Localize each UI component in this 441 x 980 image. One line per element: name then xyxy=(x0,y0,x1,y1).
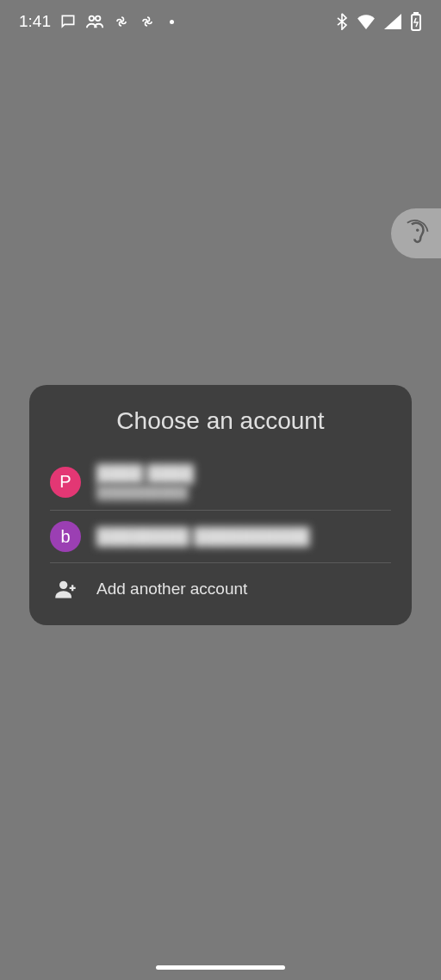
add-account-label: Add another account xyxy=(96,580,247,599)
dot-icon xyxy=(170,20,174,24)
home-indicator[interactable] xyxy=(156,965,285,970)
account-email: ██████████ xyxy=(96,485,194,499)
account-row[interactable]: b ████████ ██████████ xyxy=(29,511,412,562)
svg-point-5 xyxy=(59,581,67,589)
accessibility-ear-button[interactable] xyxy=(391,208,441,258)
clock: 1:41 xyxy=(19,12,51,31)
svg-point-4 xyxy=(416,229,419,232)
wifi-icon xyxy=(357,14,376,29)
account-name: ████████ ██████████ xyxy=(96,527,310,546)
battery-icon xyxy=(410,12,422,31)
status-bar: 1:41 xyxy=(0,0,441,43)
message-icon xyxy=(59,13,77,30)
svg-point-1 xyxy=(96,16,101,21)
avatar: P xyxy=(50,467,81,498)
svg-rect-3 xyxy=(414,12,418,15)
svg-point-0 xyxy=(90,16,95,21)
person-add-icon xyxy=(50,574,81,605)
people-icon xyxy=(85,13,104,30)
dialog-title: Choose an account xyxy=(29,407,412,435)
account-row[interactable]: P ████ ████ ██████████ xyxy=(29,454,412,510)
account-name: ████ ████ xyxy=(96,464,194,483)
bluetooth-icon xyxy=(336,13,348,30)
ear-icon xyxy=(401,217,431,250)
signal-icon xyxy=(384,14,401,29)
choose-account-dialog: Choose an account P ████ ████ ██████████… xyxy=(29,385,412,625)
add-another-account[interactable]: Add another account xyxy=(29,563,412,615)
pinwheel-icon xyxy=(113,13,130,30)
avatar: b xyxy=(50,521,81,552)
pinwheel-icon xyxy=(139,13,156,30)
